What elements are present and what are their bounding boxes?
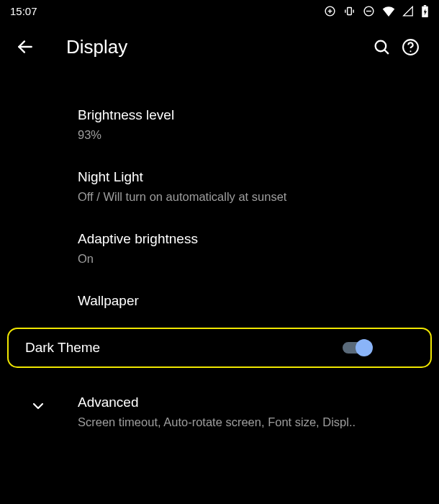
row-title: Brightness level [78,107,417,125]
dark-theme-toggle[interactable] [343,339,373,356]
dnd-icon [363,5,375,17]
svg-point-14 [409,50,411,52]
app-header: Display [0,22,439,72]
wifi-icon [382,6,395,17]
svg-point-11 [375,40,386,51]
arrow-left-icon [16,37,35,56]
settings-list: Brightness level 93% Night Light Off / W… [0,72,439,443]
row-title: Advanced [78,394,426,412]
row-advanced[interactable]: Advanced Screen timeout, Auto-rotate scr… [0,381,439,443]
toggle-thumb [356,339,373,356]
row-brightness-level[interactable]: Brightness level 93% [0,94,439,156]
plus-circle-icon [324,5,336,17]
row-night-light[interactable]: Night Light Off / Will turn on automatic… [0,156,439,217]
battery-icon [421,5,429,17]
expand-icon-wrapper [29,397,47,415]
help-icon [402,38,420,56]
row-title: Adaptive brightness [78,230,417,248]
row-title: Night Light [78,168,417,186]
svg-line-12 [384,50,388,53]
row-title: Dark Theme [25,339,343,357]
signal-icon [402,6,414,17]
row-subtitle: On [78,251,417,266]
svg-rect-3 [348,7,352,14]
chevron-down-icon [30,397,47,415]
row-subtitle: 93% [78,127,417,143]
page-title: Display [66,36,367,58]
row-subtitle: Screen timeout, Auto-rotate screen, Font… [78,414,426,430]
status-time: 15:07 [10,5,37,17]
svg-rect-9 [424,5,426,6]
row-subtitle: Off / Will turn on automatically at suns… [78,189,417,204]
search-button[interactable] [367,32,396,61]
status-bar: 15:07 [0,0,439,22]
help-button[interactable] [396,32,425,61]
status-icons [324,5,429,17]
row-dark-theme[interactable]: Dark Theme [7,328,432,369]
vibrate-icon [343,5,356,17]
row-wallpaper[interactable]: Wallpaper [0,279,439,323]
back-button[interactable] [14,36,36,58]
row-title: Wallpaper [78,292,417,310]
search-icon [373,38,391,56]
row-adaptive-brightness[interactable]: Adaptive brightness On [0,217,439,279]
